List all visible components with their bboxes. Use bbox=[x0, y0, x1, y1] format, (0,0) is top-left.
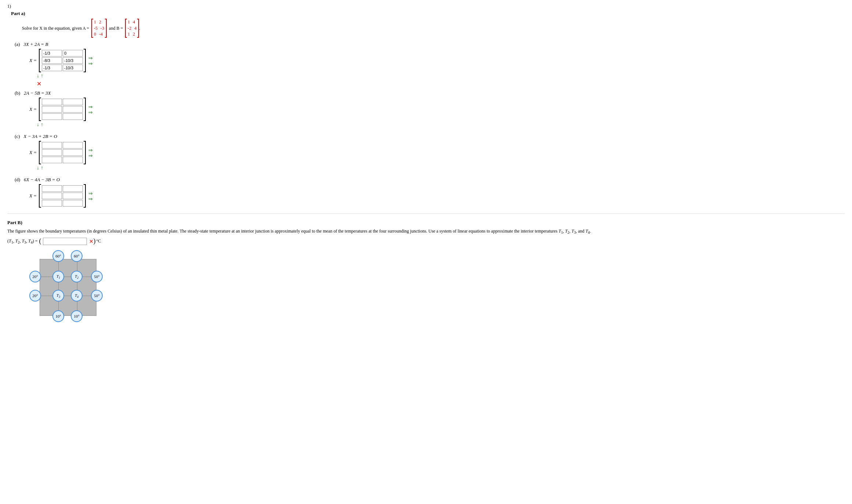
arrow-right-top-a[interactable]: ⇒ bbox=[87, 55, 94, 61]
paren-open: ( bbox=[39, 237, 41, 245]
clear-answer-button[interactable]: ✕ bbox=[89, 238, 94, 244]
part-b-description: The figure shows the boundary temperatur… bbox=[7, 228, 814, 235]
cell-c-2-1[interactable] bbox=[63, 157, 83, 163]
subpart-b-label: (b) 2A − 5B = 3X bbox=[15, 90, 845, 96]
arrow-right-mid-c[interactable]: ⇒ bbox=[87, 153, 94, 158]
part-b-label: Part B) bbox=[7, 220, 845, 226]
arrow-right-mid-b[interactable]: ⇒ bbox=[87, 110, 94, 115]
cell-c-1-1[interactable] bbox=[63, 149, 83, 156]
up-arrow-a: ↑ bbox=[41, 73, 43, 79]
boundary-bottom-right: 10° bbox=[71, 310, 83, 322]
cell-b-1-1[interactable] bbox=[63, 106, 83, 113]
cell-c-0-0[interactable] bbox=[42, 142, 62, 149]
arrow-right-mid-a[interactable]: ⇒ bbox=[87, 61, 94, 66]
cell-b-0-0[interactable] bbox=[42, 99, 62, 105]
and-text-a: and B = bbox=[109, 26, 123, 31]
cell-a-1-1[interactable] bbox=[63, 57, 83, 64]
boundary-right-top: 50° bbox=[91, 271, 103, 282]
subpart-c-label: (c) X − 3A + 2B = O bbox=[15, 134, 845, 139]
x-label-d: X = bbox=[29, 193, 37, 199]
cell-a-2-1[interactable] bbox=[63, 65, 83, 71]
up-arrow-b: ↑ bbox=[41, 122, 43, 128]
x-label-b: X = bbox=[29, 106, 37, 112]
down-arrow-c: ↓ bbox=[37, 165, 39, 171]
intro-text: Solve for X in the equation, given A = bbox=[22, 26, 89, 31]
boundary-bottom-left: 10° bbox=[52, 310, 64, 322]
cell-d-0-1[interactable] bbox=[63, 185, 83, 192]
plate-diagram: 60° 60° 50° 50° 10° 10° 20° 20° T1 T2 T3… bbox=[29, 249, 132, 322]
cell-c-1-0[interactable] bbox=[42, 149, 62, 156]
cell-d-2-0[interactable] bbox=[42, 200, 62, 207]
cell-b-0-1[interactable] bbox=[63, 99, 83, 105]
part-a-label: Part a) bbox=[11, 11, 845, 17]
arrow-right-mid-d[interactable]: ⇒ bbox=[87, 196, 94, 201]
paren-close: ) bbox=[94, 237, 96, 245]
arrow-right-top-c[interactable]: ⇒ bbox=[87, 147, 94, 153]
arrow-right-top-d[interactable]: ⇒ bbox=[87, 191, 94, 196]
problem-number: 1) bbox=[7, 4, 845, 9]
matrix-A-display: 12 -5-3 0-4 bbox=[91, 19, 107, 38]
subpart-a-label: (a) 3X + 2A = B bbox=[15, 41, 845, 47]
cell-b-2-1[interactable] bbox=[63, 113, 83, 120]
cell-c-0-1[interactable] bbox=[63, 142, 83, 149]
cell-b-1-0[interactable] bbox=[42, 106, 62, 113]
error-x-a: ✕ bbox=[37, 80, 845, 87]
x-label-a: X = bbox=[29, 58, 37, 63]
cell-a-0-1[interactable] bbox=[63, 50, 83, 56]
answer-prefix: (T1, T2, T3, T4) = bbox=[7, 238, 38, 244]
cell-b-2-0[interactable] bbox=[42, 113, 62, 120]
cell-a-1-0[interactable] bbox=[42, 57, 62, 64]
up-arrow-c: ↑ bbox=[41, 165, 43, 171]
period: . bbox=[139, 26, 140, 31]
cell-d-0-0[interactable] bbox=[42, 185, 62, 192]
cell-c-2-0[interactable] bbox=[42, 157, 62, 163]
cell-d-1-0[interactable] bbox=[42, 193, 62, 199]
cell-d-2-1[interactable] bbox=[63, 200, 83, 207]
cell-d-1-1[interactable] bbox=[63, 193, 83, 199]
cell-a-0-0[interactable] bbox=[42, 50, 62, 56]
x-label-c: X = bbox=[29, 150, 37, 156]
celsius-label: °C bbox=[96, 238, 101, 244]
answer-input[interactable] bbox=[43, 238, 87, 245]
down-arrow-b: ↓ bbox=[37, 122, 39, 128]
boundary-right-bottom: 50° bbox=[91, 290, 103, 302]
cell-a-2-0[interactable] bbox=[42, 65, 62, 71]
subpart-d-label: (d) 6X − 4A − 3B = O bbox=[15, 177, 845, 183]
matrix-B-display: 14 -24 12 bbox=[125, 19, 139, 38]
down-arrow-a: ↓ bbox=[37, 73, 39, 79]
arrow-right-top-b[interactable]: ⇒ bbox=[87, 104, 94, 109]
